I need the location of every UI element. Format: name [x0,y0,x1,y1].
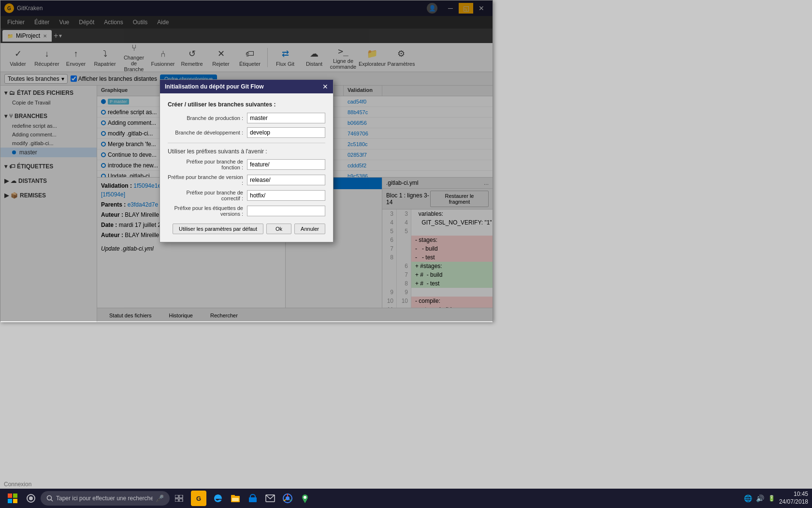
battery-icon[interactable]: 🔋 [768,495,775,502]
svg-rect-1 [13,493,17,498]
svg-rect-8 [175,495,178,498]
chrome-icon [283,493,292,503]
modal-production-input[interactable] [247,113,325,123]
taskbar-search-box[interactable]: 🎤 [41,491,170,506]
modal-field-feature: Préfixe pour branche de fonction : [168,159,325,170]
modal-buttons: Utiliser les paramètres par défaut Ok An… [168,224,325,234]
taskbar-mail-icon[interactable] [262,491,278,506]
modal-field-hotfix: Préfixe pour branche de correctif : [168,190,325,201]
modal-release-label: Préfixe pour branche de version : [168,174,247,186]
gitkraken-taskbar-icon: G [191,491,206,506]
modal-overlay: Initialisation du dépôt pour Git Flow ✕ … [0,0,493,321]
system-tray: 🌐 🔊 🔋 10:45 24/07/2018 [744,491,808,506]
svg-point-23 [304,496,306,499]
svg-point-18 [286,496,290,500]
cortana-circle-icon [27,494,35,503]
cortana-icon[interactable] [23,491,39,506]
svg-line-21 [284,500,286,501]
svg-rect-10 [175,499,178,502]
taskbar: 🎤 G [0,489,812,508]
modal-develop-label: Branche de développement : [168,130,247,135]
taskbar-chrome-icon[interactable] [280,491,295,506]
modal-title: Initialisation du dépôt pour Git Flow [165,83,264,90]
clock-date: 24/07/2018 [779,498,808,506]
git-flow-init-dialog: Initialisation du dépôt pour Git Flow ✕ … [160,79,334,242]
svg-rect-15 [249,497,257,502]
modal-hotfix-label: Préfixe pour branche de correctif : [168,190,247,201]
modal-field-production: Branche de production : [168,113,325,123]
taskbar-edge-icon[interactable] [210,491,226,506]
svg-rect-2 [8,499,12,503]
modal-field-develop: Branche de développement : [168,127,325,138]
file-explorer-icon [231,493,240,503]
modal-feature-input[interactable] [247,159,325,170]
modal-versiontag-input[interactable] [247,206,325,216]
modal-section1-label: Créer / utiliser les branches suivantes … [168,101,325,108]
taskbar-search-input[interactable] [56,495,153,502]
edge-icon [213,493,223,503]
modal-title-bar: Initialisation du dépôt pour Git Flow ✕ [160,80,333,93]
modal-versiontag-label: Préfixe pour les étiquettes de versions … [168,205,247,217]
task-view-icon[interactable] [172,491,187,506]
maps-icon [300,493,310,503]
mail-icon [265,494,275,503]
taskbar-app-gitkraken[interactable]: G [189,491,208,506]
mic-icon[interactable]: 🎤 [156,494,164,502]
connection-label: Connexion [4,481,31,488]
system-clock[interactable]: 10:45 24/07/2018 [779,491,808,506]
svg-rect-0 [8,493,12,498]
modal-sep1 [168,143,325,143]
search-icon [46,495,53,502]
taskbar-maps-icon[interactable] [297,491,313,506]
modal-close-btn[interactable]: ✕ [322,83,328,90]
taskbar-explorer-icon[interactable] [228,491,243,506]
svg-rect-14 [232,498,239,501]
modal-hotfix-input[interactable] [247,190,325,201]
modal-production-label: Branche de production : [168,115,247,121]
taskbar-store-icon[interactable] [245,491,261,506]
svg-line-7 [51,500,53,502]
svg-rect-13 [231,495,235,497]
windows-logo-icon [8,493,17,503]
clock-time: 10:45 [779,491,808,498]
modal-ok-btn[interactable]: Ok [266,224,291,234]
modal-field-versiontag: Préfixe pour les étiquettes de versions … [168,205,325,217]
svg-marker-24 [303,500,307,503]
status-bar: Connexion [0,480,35,489]
modal-body: Créer / utiliser les branches suivantes … [160,93,333,242]
task-view-squares-icon [175,495,184,502]
svg-rect-9 [179,495,183,498]
svg-point-5 [29,496,33,500]
modal-feature-label: Préfixe pour branche de fonction : [168,159,247,170]
modal-develop-input[interactable] [247,127,325,138]
modal-field-release: Préfixe pour branche de version : [168,174,325,186]
store-icon [248,493,258,503]
start-button[interactable] [4,490,21,507]
svg-point-6 [47,496,52,500]
svg-rect-3 [13,499,17,503]
modal-cancel-btn[interactable]: Annuler [294,224,325,234]
modal-section2-label: Utiliser les préfixes suivants à l'aveni… [168,148,325,155]
svg-line-20 [290,500,292,501]
modal-release-input[interactable] [247,175,325,185]
app-window: G GitKraken 👤 ─ ◱ ✕ Fichier Éditer Vue D… [0,0,493,322]
network-icon[interactable]: 🌐 [744,494,752,502]
volume-icon[interactable]: 🔊 [756,494,764,502]
modal-use-defaults-btn[interactable]: Utiliser les paramètres par défaut [173,224,263,234]
svg-rect-11 [179,499,183,502]
